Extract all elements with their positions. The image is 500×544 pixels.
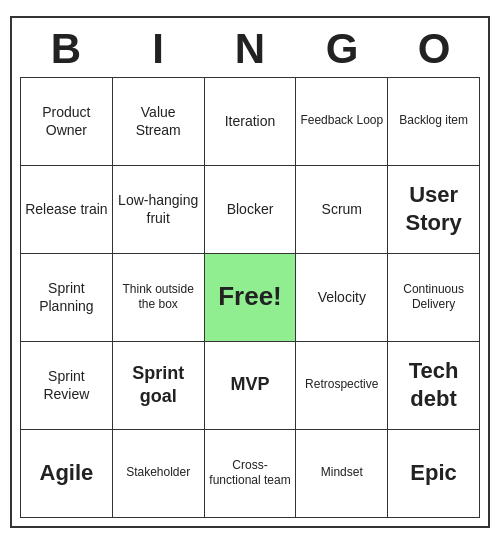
bingo-grid: Product OwnerValue StreamIterationFeedba…	[20, 77, 480, 518]
cell-text-11: Think outside the box	[117, 282, 200, 313]
bingo-cell-23[interactable]: Mindset	[296, 430, 388, 518]
cell-text-0: Product Owner	[25, 103, 108, 139]
cell-text-18: Retrospective	[305, 377, 378, 393]
cell-text-9: User Story	[392, 181, 475, 238]
cell-text-23: Mindset	[321, 465, 363, 481]
bingo-cell-16[interactable]: Sprint goal	[113, 342, 205, 430]
cell-text-17: MVP	[230, 373, 269, 396]
cell-text-15: Sprint Review	[25, 367, 108, 403]
cell-text-5: Release train	[25, 200, 108, 218]
bingo-header: B I N G O	[20, 26, 480, 72]
cell-text-4: Backlog item	[399, 113, 468, 129]
bingo-cell-8[interactable]: Scrum	[296, 166, 388, 254]
bingo-cell-21[interactable]: Stakeholder	[113, 430, 205, 518]
bingo-cell-7[interactable]: Blocker	[205, 166, 297, 254]
letter-g: G	[296, 26, 388, 72]
cell-text-16: Sprint goal	[117, 362, 200, 409]
letter-o: O	[388, 26, 480, 72]
bingo-cell-18[interactable]: Retrospective	[296, 342, 388, 430]
letter-b: B	[20, 26, 112, 72]
bingo-cell-22[interactable]: Cross-functional team	[205, 430, 297, 518]
bingo-cell-5[interactable]: Release train	[21, 166, 113, 254]
cell-text-21: Stakeholder	[126, 465, 190, 481]
cell-text-7: Blocker	[227, 200, 274, 218]
cell-text-14: Continuous Delivery	[392, 282, 475, 313]
letter-i: I	[112, 26, 204, 72]
letter-n: N	[204, 26, 296, 72]
bingo-cell-4[interactable]: Backlog item	[388, 78, 480, 166]
cell-text-22: Cross-functional team	[209, 458, 292, 489]
bingo-cell-9[interactable]: User Story	[388, 166, 480, 254]
cell-text-20: Agile	[40, 459, 94, 488]
bingo-cell-3[interactable]: Feedback Loop	[296, 78, 388, 166]
bingo-cell-19[interactable]: Tech debt	[388, 342, 480, 430]
bingo-cell-12[interactable]: Free!	[205, 254, 297, 342]
bingo-cell-0[interactable]: Product Owner	[21, 78, 113, 166]
cell-text-13: Velocity	[318, 288, 366, 306]
cell-text-1: Value Stream	[117, 103, 200, 139]
cell-text-3: Feedback Loop	[300, 113, 383, 129]
bingo-cell-6[interactable]: Low-hanging fruit	[113, 166, 205, 254]
bingo-cell-17[interactable]: MVP	[205, 342, 297, 430]
bingo-cell-10[interactable]: Sprint Planning	[21, 254, 113, 342]
cell-text-2: Iteration	[225, 112, 276, 130]
bingo-cell-13[interactable]: Velocity	[296, 254, 388, 342]
cell-text-10: Sprint Planning	[25, 279, 108, 315]
bingo-cell-2[interactable]: Iteration	[205, 78, 297, 166]
cell-text-6: Low-hanging fruit	[117, 191, 200, 227]
bingo-cell-11[interactable]: Think outside the box	[113, 254, 205, 342]
bingo-card: B I N G O Product OwnerValue StreamItera…	[10, 16, 490, 527]
cell-text-12: Free!	[218, 280, 282, 314]
bingo-cell-15[interactable]: Sprint Review	[21, 342, 113, 430]
bingo-cell-20[interactable]: Agile	[21, 430, 113, 518]
cell-text-19: Tech debt	[392, 357, 475, 414]
bingo-cell-1[interactable]: Value Stream	[113, 78, 205, 166]
cell-text-8: Scrum	[322, 200, 362, 218]
cell-text-24: Epic	[410, 459, 456, 488]
bingo-cell-14[interactable]: Continuous Delivery	[388, 254, 480, 342]
bingo-cell-24[interactable]: Epic	[388, 430, 480, 518]
